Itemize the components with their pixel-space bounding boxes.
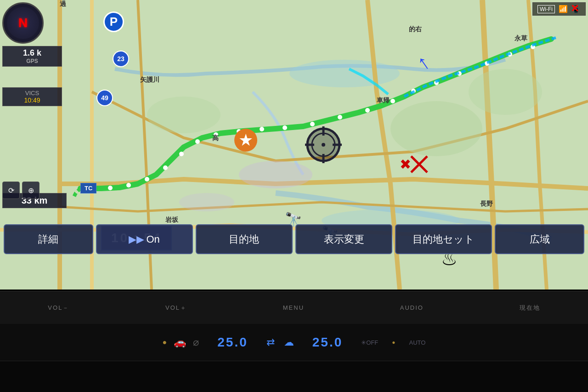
road-badge-23: 23 (113, 51, 129, 67)
temperature-display: 25.0 (217, 335, 248, 350)
place-label-top: 過 (60, 0, 66, 8)
vics-display: VICS 10:49 (2, 87, 62, 106)
svg-point-15 (338, 115, 342, 119)
status-bar: Wi-Fi 📶 📱 ✕ (532, 2, 586, 16)
vics-time: 10:49 (6, 97, 58, 104)
place-label-nagano: 長野 (480, 200, 493, 208)
road-badge-49: 49 (96, 90, 113, 106)
destination-button[interactable]: 目的地 (196, 224, 293, 254)
svg-point-30 (179, 193, 234, 211)
svg-point-16 (365, 108, 370, 113)
right-temp-display: 25.0 (312, 335, 343, 350)
fan-direction-icon: ⇄ (266, 336, 275, 348)
svg-point-28 (147, 97, 220, 133)
bottom-dark-area (0, 361, 588, 392)
door-icon: 🚗 (174, 336, 186, 348)
vol-minus-button[interactable]: VOL－ (48, 304, 69, 312)
destination-marker: ✖ (400, 156, 411, 172)
map-crosshair (305, 126, 342, 163)
on-button[interactable]: ▶▶ On (96, 224, 193, 254)
physical-button-row: VOL－ VOL＋ MENU AUDIO 現在地 (0, 291, 588, 324)
fan-controls: ⇄ ☁ (266, 336, 294, 348)
ac-controls: ✳OFF ● AUTO (361, 339, 425, 346)
compass-north: N (18, 16, 28, 30)
climate-control-area: ● 🚗 ⌀ 25.0 ⇄ ☁ 25.0 ✳OFF ● AUTO (0, 324, 588, 361)
waypoint-star: ★ (234, 129, 257, 152)
physical-unit: VOL－ VOL＋ MENU AUDIO 現在地 ● 🚗 ⌀ 25.0 ⇄ ☁ … (0, 291, 588, 392)
svg-point-12 (260, 127, 264, 131)
navigation-screen: Wi-Fi 📶 📱 ✕ N 1.6 k GPS VICS 10:49 ⟳ ⊕ (0, 0, 588, 290)
forward-arrow-icon: ▶▶ (129, 233, 144, 245)
ac-auto-label: AUTO (409, 339, 426, 346)
svg-point-9 (195, 139, 200, 144)
svg-point-1 (289, 60, 400, 87)
display-change-button[interactable]: 表示変更 (295, 224, 392, 254)
svg-point-29 (239, 161, 312, 188)
distance-value: 1.6 k (6, 48, 58, 58)
svg-point-4 (108, 186, 113, 190)
recenter-icon[interactable]: ⟳ (2, 182, 20, 199)
vics-label: VICS (6, 90, 58, 97)
genzaichi-button[interactable]: 現在地 (520, 304, 540, 312)
destination-set-button[interactable]: 目的地セット (395, 224, 492, 254)
right-temp-value: 25.0 (312, 335, 343, 350)
parking-badge: P (103, 11, 124, 32)
left-climate-icons: ● 🚗 ⌀ (163, 336, 199, 348)
svg-point-6 (145, 177, 149, 182)
detail-button[interactable]: 詳細 (4, 224, 93, 254)
wifi-label: Wi-Fi (537, 5, 555, 13)
indicator-dot-icon: ● (163, 338, 167, 347)
svg-point-7 (163, 165, 168, 170)
svg-point-14 (310, 122, 315, 126)
gps-label: GPS (6, 58, 58, 64)
river-label: 矢護川 (140, 76, 159, 84)
wide-button[interactable]: 広域 (495, 224, 584, 254)
wifi-icon: 📶 (559, 5, 568, 13)
temp-value: 25.0 (217, 335, 248, 350)
compass: N (2, 2, 44, 44)
tc-badge: TC (80, 183, 96, 193)
crosshair-icon[interactable]: ⊕ (22, 182, 40, 199)
audio-button[interactable]: AUDIO (400, 304, 424, 311)
ac-off-label: ✳OFF (361, 339, 378, 346)
red-cross-icon: ✕ (571, 3, 579, 15)
ac-dot: ● (392, 339, 395, 346)
phone-with-cross: 📱 ✕ (571, 5, 581, 13)
car-icon: ⌀ (193, 336, 199, 348)
svg-point-27 (469, 69, 542, 115)
on-label: On (146, 233, 159, 245)
svg-point-5 (126, 183, 131, 187)
svg-point-17 (390, 99, 395, 103)
menu-button[interactable]: MENU (283, 304, 304, 311)
place-label-mato: 的右 (409, 25, 422, 34)
navigation-buttons: 詳細 ▶▶ On 目的地 表示変更 目的地セット 広域 (0, 222, 588, 256)
place-label-nagakusa: 永草 (514, 34, 527, 43)
distance-display: 1.6 k GPS (2, 46, 62, 67)
svg-point-37 (322, 143, 325, 147)
svg-point-13 (283, 125, 287, 130)
compass-inner: N (7, 7, 39, 39)
map-area[interactable]: Wi-Fi 📶 📱 ✕ N 1.6 k GPS VICS 10:49 ⟳ ⊕ (0, 0, 588, 290)
svg-point-26 (390, 101, 482, 156)
place-label-taka: 高 (212, 134, 219, 142)
svg-point-8 (179, 152, 184, 156)
map-icon-row: ⟳ ⊕ (2, 182, 40, 199)
fan-icon: ☁ (284, 336, 294, 348)
place-label-kurumagi: 車帰 (377, 97, 390, 105)
vol-plus-button[interactable]: VOL＋ (165, 304, 187, 312)
